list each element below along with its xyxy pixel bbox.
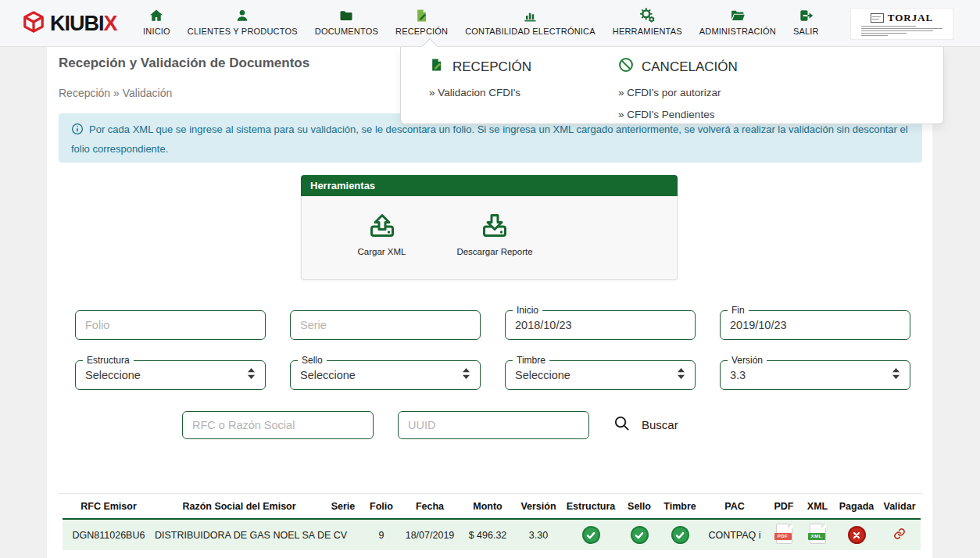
header-fecha: Fecha [400,494,460,519]
partner-logo-torjal: TORJAL [850,8,953,40]
cell-xml: XML [800,519,835,550]
dropdown-section-recepcion[interactable]: RECEPCIÓN [429,57,531,77]
serie-field [290,310,481,340]
home-icon [148,7,164,23]
header-version: Versión [516,494,561,519]
header-estructura: Estructura [561,494,621,519]
header-monto: Monto [460,494,516,519]
updown-arrows-icon [462,367,470,383]
header-validar: Validar [878,494,921,519]
cell-version: 3.30 [516,519,561,550]
sello-field: Sello Seleccione [290,360,481,390]
header-pdf: PDF [767,494,800,519]
nav-label: DOCUMENTOS [315,27,378,36]
tools-panel-title: Herramientas [301,175,678,196]
documents-table: RFC Emisor Razón Social del Emisor Serie… [63,494,917,550]
rfc-razon-social-field [182,411,374,439]
search-button[interactable]: Buscar [613,414,678,435]
cell-folio: 9 [363,519,400,550]
torjal-stamp-icon [871,13,884,23]
validate-link-icon[interactable] [893,528,906,540]
valid-check-icon [582,526,600,544]
version-value: 3.3 [730,369,746,381]
serie-input[interactable] [291,311,480,339]
recepcion-dropdown-menu: RECEPCIÓN » Validacion CFDI's CANCELACIÓ… [400,47,944,124]
upload-xml-label: Cargar XML [358,247,406,256]
cell-pdf: PDF [767,519,800,550]
nav-item-contabilidad-electronica[interactable]: CONTABILIDAD ELECTRÓNICA [465,7,596,36]
nav-item-documentos[interactable]: DOCUMENTOS [315,7,378,36]
menu-item-cfdis-pendientes[interactable]: » CFDI's Pendientes [618,109,738,120]
estructura-value: Seleccione [85,369,141,381]
cell-fecha: 18/07/2019 [400,519,460,550]
cell-razon-social: DISTRIBUIDORA DE GAS NOEL SA DE CV [155,519,324,550]
xml-file-icon[interactable]: XML [810,524,826,544]
nav-item-recepcion[interactable]: RECEPCIÓN [395,7,448,36]
rfc-razon-social-input[interactable] [183,412,373,438]
header-razon-social: Razón Social del Emisor [155,494,324,519]
valid-check-icon [671,526,689,544]
nav-item-inicio[interactable]: INICIO [143,7,170,36]
download-report-label: Descargar Reporte [456,247,532,256]
folder-open-icon [730,7,746,23]
gears-icon [639,7,656,23]
document-edit-icon [414,7,430,23]
sello-value: Seleccione [300,369,356,381]
nav-label: HERRAMIENTAS [613,27,682,36]
nav-label: RECEPCIÓN [395,27,448,36]
table-header-row: RFC Emisor Razón Social del Emisor Serie… [63,494,921,519]
updown-arrows-icon [247,367,256,383]
nav-label: INICIO [143,27,170,36]
cell-estructura-status [561,519,621,550]
cell-timbre-status [658,519,702,550]
dropdown-section-cancelacion[interactable]: CANCELACIÓN [618,57,738,77]
not-paid-cross-icon[interactable] [848,526,866,544]
estructura-field: Estructura Seleccione [75,360,266,390]
menu-item-cfdis-por-autorizar[interactable]: » CFDI's por autorizar [618,87,738,98]
sello-label: Sello [298,355,327,366]
search-label: Buscar [642,418,678,431]
table-row: DGN811026BU6 DISTRIBUIDORA DE GAS NOEL S… [63,519,921,550]
dropdown-section-title: CANCELACIÓN [642,59,738,75]
kiubix-logo[interactable]: KIUBIX [22,10,117,37]
folio-field [75,310,266,340]
menu-item-validacion-cfdis[interactable]: » Validacion CFDI's [429,87,531,98]
version-field: Versión 3.3 [720,360,910,390]
logout-icon [798,7,814,23]
info-icon [71,123,84,141]
kiubix-cube-icon [22,10,45,37]
cell-pagada-status [835,519,878,550]
timbre-field: Timbre Seleccione [505,360,696,390]
tools-panel: Herramientas Cargar XML Descargar Report… [301,175,678,280]
folder-icon [338,7,354,23]
fecha-fin-label: Fin [728,305,749,316]
header-xml: XML [800,494,835,519]
cell-rfc-emisor: DGN811026BU6 [63,519,155,550]
header-pac: PAC [702,494,767,519]
download-report-button[interactable]: Descargar Reporte [436,209,553,256]
nav-item-herramientas[interactable]: HERRAMIENTAS [613,7,682,36]
valid-check-icon [631,526,649,544]
updown-arrows-icon [892,367,900,383]
nav-label: SALIR [793,27,819,36]
uuid-field [398,411,589,439]
upload-xml-button[interactable]: Cargar XML [333,209,431,256]
version-label: Versión [728,355,767,366]
page-title: Recepción y Validación de Documentos [59,55,309,71]
fecha-fin-input[interactable] [721,311,910,339]
nav-item-salir[interactable]: SALIR [793,7,819,36]
nav-label: ADMINISTRACIÓN [699,27,776,36]
pdf-file-icon[interactable]: PDF [776,524,792,544]
timbre-value: Seleccione [515,369,570,381]
nav-item-clientes-y-productos[interactable]: CLIENTES Y PRODUCTOS [188,7,298,36]
timbre-label: Timbre [513,355,549,366]
nav-menu: INICIO CLIENTES Y PRODUCTOS DOCUMENTOS R… [143,7,819,36]
download-tray-icon [479,209,510,243]
nav-item-administracion[interactable]: ADMINISTRACIÓN [699,7,776,36]
nav-label: CLIENTES Y PRODUCTOS [188,27,298,36]
person-icon [234,7,250,23]
torjal-address-lines [861,26,942,37]
header-folio: Folio [363,494,400,519]
uuid-input[interactable] [399,412,588,438]
folio-input[interactable] [76,311,265,339]
